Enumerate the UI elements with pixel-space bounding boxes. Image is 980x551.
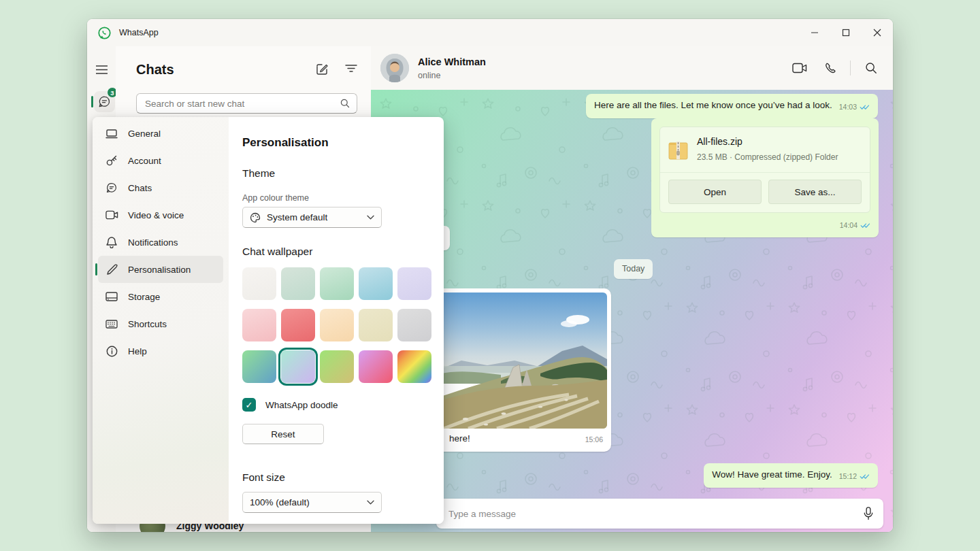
message-time: 14:03: [839, 101, 857, 114]
storage-icon: [105, 292, 118, 301]
message-time: 15:12: [839, 470, 857, 483]
close-button[interactable]: [862, 19, 893, 46]
wallpaper-swatch-default-light[interactable]: [242, 267, 276, 300]
settings-item-account[interactable]: Account: [98, 147, 223, 174]
minimize-button[interactable]: [799, 19, 830, 46]
wallpaper-swatch-grid: [242, 267, 431, 383]
menu-button[interactable]: [96, 65, 108, 74]
file-name: All-files.zip: [697, 135, 838, 148]
compose-icon: [315, 63, 329, 76]
mountain-photo: [438, 293, 607, 429]
chats-search-box: [136, 93, 357, 114]
settings-item-video-voice[interactable]: Video & voice: [98, 201, 223, 229]
photo-attachment[interactable]: [438, 293, 607, 429]
video-call-icon: [792, 63, 807, 73]
contact-avatar[interactable]: [380, 54, 409, 82]
settings-nav-panel: General Account Chats: [93, 117, 229, 524]
message-composer: [436, 499, 883, 529]
whatsapp-window: WhatsApp 3 Ch: [87, 19, 893, 532]
settings-item-notifications[interactable]: Notifications: [98, 229, 223, 256]
info-icon: [105, 346, 118, 357]
window-title: WhatsApp: [119, 28, 159, 37]
wallpaper-swatch-blush-pink[interactable]: [242, 309, 276, 341]
conversation-area: Alice Whitman online: [371, 46, 893, 532]
phone-icon: [823, 62, 836, 75]
open-file-button[interactable]: Open: [668, 180, 762, 204]
chevron-down-icon: [367, 215, 374, 220]
new-chat-button[interactable]: [315, 63, 329, 76]
search-input[interactable]: [137, 99, 340, 109]
filter-icon: [345, 63, 357, 73]
whatsapp-doodle-checkbox[interactable]: ✓: [242, 398, 256, 412]
wallpaper-swatch-green-blue[interactable]: [242, 350, 276, 383]
wallpaper-swatch-coral[interactable]: [281, 309, 315, 341]
contact-status: online: [418, 71, 440, 80]
read-ticks-icon: [860, 222, 870, 229]
whatsapp-logo-icon: [97, 26, 112, 40]
personalisation-panel: Personalisation Theme App colour theme S…: [229, 117, 444, 524]
maximize-button[interactable]: [830, 19, 862, 46]
message-outgoing[interactable]: Wow! Have great time. Enjoy.15:12: [704, 463, 878, 488]
palette-icon: [250, 212, 261, 223]
file-meta: 23.5 MB · Compressed (zipped) Folder: [697, 151, 838, 164]
font-size-value: 100% (default): [250, 497, 310, 507]
message-file-outgoing[interactable]: All-files.zip 23.5 MB · Compressed (zipp…: [651, 118, 879, 237]
wallpaper-swatch-sky-blue[interactable]: [359, 267, 393, 300]
message-input[interactable]: [436, 509, 863, 519]
chat-bubble-icon: [105, 182, 118, 194]
microphone-button[interactable]: [863, 507, 874, 520]
filter-chats-button[interactable]: [345, 63, 357, 76]
settings-item-personalisation[interactable]: Personalisation: [98, 256, 223, 283]
date-divider: Today: [614, 259, 653, 279]
settings-item-storage[interactable]: Storage: [98, 283, 223, 310]
search-in-chat-button[interactable]: [859, 56, 883, 80]
wallpaper-swatch-peach[interactable]: [320, 309, 354, 341]
settings-item-help[interactable]: Help: [98, 337, 223, 365]
settings-item-chats[interactable]: Chats: [98, 174, 223, 201]
font-size-heading: Font size: [242, 471, 431, 484]
read-ticks-icon: [860, 473, 870, 480]
hamburger-icon: [96, 65, 108, 74]
chevron-down-icon: [367, 500, 374, 505]
wallpaper-swatch-rainbow[interactable]: [397, 350, 431, 383]
chat-wallpaper: Here are all the files. Let me know once…: [371, 90, 893, 532]
save-file-button[interactable]: Save as...: [768, 180, 862, 204]
wallpaper-swatch-grey[interactable]: [397, 309, 431, 341]
chat-wallpaper-heading: Chat wallpaper: [242, 246, 431, 258]
minimize-icon: [811, 29, 819, 37]
video-camera-icon: [105, 210, 118, 220]
message-text: Wow! Have great time. Enjoy.: [712, 469, 832, 480]
theme-dropdown[interactable]: System default: [242, 207, 382, 228]
whatsapp-doodle-label: WhatsApp doodle: [265, 400, 338, 410]
check-icon: ✓: [246, 400, 253, 410]
wallpaper-swatch-sage[interactable]: [281, 267, 315, 300]
settings-overlay: General Account Chats: [93, 117, 444, 524]
key-icon: [105, 154, 118, 167]
message-time: 14:04: [840, 219, 858, 232]
settings-item-general[interactable]: General: [98, 120, 223, 147]
message-time: 15:06: [585, 433, 603, 446]
theme-heading: Theme: [242, 167, 431, 180]
selected-indicator: [95, 263, 97, 276]
wallpaper-swatch-purple-pink[interactable]: [359, 350, 393, 383]
message-outgoing[interactable]: Here are all the files. Let me know once…: [586, 94, 878, 118]
wallpaper-swatch-lavender[interactable]: [397, 267, 431, 300]
chat-header: Alice Whitman online: [371, 46, 893, 90]
wallpaper-swatch-green-gold[interactable]: [320, 350, 354, 383]
settings-item-shortcuts[interactable]: Shortcuts: [98, 310, 223, 337]
theme-value: System default: [267, 212, 327, 222]
wallpaper-swatch-mint[interactable]: [320, 267, 354, 300]
voice-call-button[interactable]: [817, 56, 842, 80]
titlebar: WhatsApp: [87, 19, 893, 46]
wallpaper-swatch-cream[interactable]: [359, 309, 393, 341]
message-image-incoming[interactable]: here! 15:06: [434, 288, 611, 452]
file-card: All-files.zip 23.5 MB · Compressed (zipp…: [659, 127, 870, 213]
maximize-icon: [842, 29, 850, 37]
video-call-button[interactable]: [787, 56, 812, 80]
pen-icon: [105, 264, 118, 276]
font-size-dropdown[interactable]: 100% (default): [242, 492, 382, 513]
reset-button[interactable]: Reset: [242, 424, 324, 444]
zip-file-icon: [668, 139, 689, 161]
wallpaper-swatch-mint-lavender-selected[interactable]: [281, 350, 315, 383]
panel-title: Personalisation: [242, 136, 431, 150]
